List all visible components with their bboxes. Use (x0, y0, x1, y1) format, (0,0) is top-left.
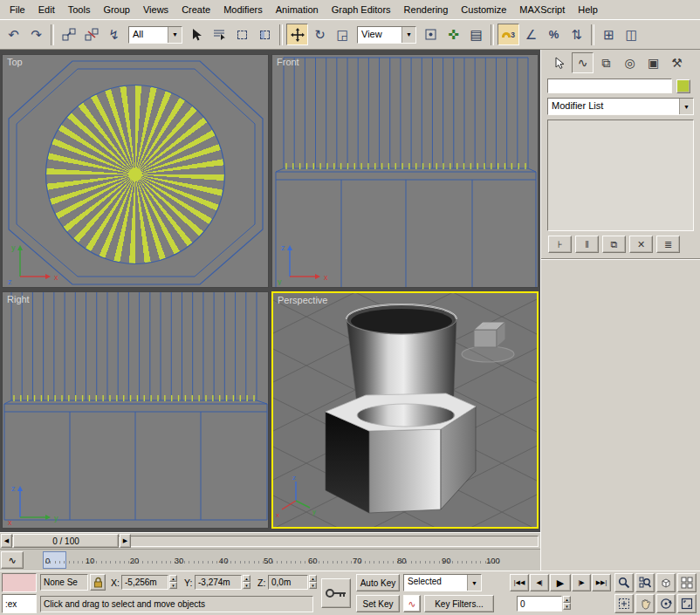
previous-frame-arrow[interactable]: ◀ (1, 534, 12, 548)
pin-stack-button[interactable]: ⊦ (548, 236, 572, 253)
menu-maxscript[interactable]: MAXScript (513, 2, 571, 17)
coord-y-field[interactable]: -3,274m (195, 575, 242, 590)
viewport-label[interactable]: Right (7, 294, 30, 304)
maxscript-mini-listener[interactable]: :ex (2, 594, 37, 613)
select-and-move-button[interactable] (286, 24, 308, 45)
unlink-button[interactable] (80, 24, 102, 45)
viewport-label[interactable]: Perspective (278, 295, 327, 305)
pan-button[interactable] (635, 594, 655, 613)
snaps-toggle-button[interactable]: 3 (498, 24, 519, 45)
default-tangents-button[interactable]: ∿ (403, 595, 421, 612)
viewport-top[interactable]: y x z Top (2, 54, 269, 288)
previous-frame-button[interactable]: ◀| (530, 574, 549, 591)
region-zoom-button[interactable] (614, 594, 634, 613)
tab-create[interactable] (548, 52, 570, 73)
maximize-viewport-toggle[interactable] (677, 594, 697, 613)
menu-graph-editors[interactable]: Graph Editors (326, 2, 397, 17)
tab-modify[interactable]: ∿ (572, 52, 594, 73)
object-color-swatch[interactable] (676, 79, 690, 93)
menu-help[interactable]: Help (572, 2, 604, 17)
next-frame-button[interactable]: |▶ (572, 574, 591, 591)
coord-z-spinner[interactable]: ▴▾ (309, 575, 317, 590)
select-and-rotate-button[interactable]: ↻ (309, 24, 331, 45)
chevron-down-icon[interactable]: ▼ (401, 27, 415, 43)
select-and-scale-button[interactable]: ◲ (332, 24, 353, 45)
menu-views[interactable]: Views (137, 2, 175, 17)
viewport-right[interactable]: z y x Right (2, 291, 269, 529)
menu-create[interactable]: Create (175, 2, 216, 17)
window-crossing-button[interactable] (254, 24, 276, 45)
menu-customize[interactable]: Customize (455, 2, 512, 17)
keyboard-shortcut-override-button[interactable]: ▤ (465, 24, 487, 45)
key-filters-button[interactable]: Key Filters... (424, 595, 494, 612)
select-and-link-button[interactable] (58, 24, 79, 45)
menu-edit[interactable]: Edit (32, 2, 61, 17)
set-keys-button[interactable] (321, 578, 351, 608)
go-to-start-button[interactable]: |◀◀ (510, 574, 529, 591)
selection-filter-dropdown[interactable]: All ▼ (128, 26, 182, 44)
key-mode-dropdown[interactable]: Selected ▼ (403, 574, 482, 591)
coord-z-field[interactable]: 0,0m (268, 575, 308, 590)
current-frame-field[interactable]: 0 (517, 596, 562, 612)
object-name-field[interactable] (547, 79, 672, 93)
tick-label: 0 (45, 556, 50, 565)
angle-snap-button[interactable]: ∠ (520, 24, 542, 45)
go-to-end-button[interactable]: ▶▶| (592, 574, 611, 591)
select-by-name-button[interactable] (209, 24, 230, 45)
trackbar-ruler[interactable]: 0 10 20 30 40 50 60 70 80 90 100 (45, 551, 500, 569)
menu-file[interactable]: File (3, 2, 31, 17)
named-selection-field[interactable]: None Se (40, 574, 88, 591)
zoom-extents-button[interactable] (656, 573, 676, 592)
use-center-flyout-button[interactable] (420, 24, 442, 45)
remove-modifier-button[interactable]: ✕ (629, 236, 653, 253)
tab-motion[interactable]: ◎ (619, 52, 641, 73)
select-and-manipulate-button[interactable]: ✜ (443, 24, 464, 45)
auto-key-button[interactable]: Auto Key (356, 574, 400, 591)
select-object-button[interactable] (186, 24, 208, 45)
viewport-label[interactable]: Top (7, 57, 23, 67)
macro-recorder-pane[interactable] (2, 573, 37, 592)
zoom-extents-all-button[interactable] (677, 573, 697, 592)
rectangular-selection-button[interactable] (231, 24, 253, 45)
make-unique-button[interactable]: ⧉ (602, 236, 626, 253)
chevron-down-icon[interactable]: ▼ (679, 99, 693, 114)
arc-rotate-button[interactable] (656, 594, 676, 613)
chevron-down-icon[interactable]: ▼ (168, 27, 182, 43)
zoom-all-button[interactable] (635, 573, 655, 592)
mirror-button[interactable]: ◫ (621, 24, 642, 45)
menu-modifiers[interactable]: Modifiers (217, 2, 269, 17)
tab-utilities[interactable]: ⚒ (666, 52, 688, 73)
menu-rendering[interactable]: Rendering (398, 2, 455, 17)
chevron-down-icon[interactable]: ▼ (467, 575, 481, 591)
configure-modifier-sets-button[interactable]: ≣ (656, 236, 680, 253)
set-key-button[interactable]: Set Key (356, 595, 400, 612)
frame-spinner[interactable]: ▴▾ (563, 596, 571, 612)
menu-tools[interactable]: Tools (62, 2, 97, 17)
modifier-list-dropdown[interactable]: Modifier List ▼ (547, 98, 694, 115)
viewport-perspective[interactable]: z x y Perspective (271, 291, 539, 529)
coord-x-field[interactable]: -5,256m (121, 575, 168, 590)
menu-group[interactable]: Group (97, 2, 136, 17)
percent-snap-button[interactable]: % (543, 24, 565, 45)
reference-coordinate-dropdown[interactable]: View ▼ (357, 26, 416, 44)
selection-lock-toggle[interactable] (90, 574, 106, 591)
viewport-front[interactable]: z x y Front (271, 54, 539, 288)
spinner-snap-button[interactable]: ⇅ (566, 24, 587, 45)
zoom-button[interactable] (614, 573, 634, 592)
tab-hierarchy[interactable]: ⧉ (595, 52, 617, 73)
redo-button[interactable]: ↷ (25, 24, 47, 45)
viewport-label[interactable]: Front (277, 57, 299, 67)
show-end-result-button[interactable]: ‖ (575, 236, 599, 253)
modifier-stack-list[interactable] (547, 120, 694, 231)
undo-button[interactable]: ↶ (3, 24, 24, 45)
open-mini-curve-editor-button[interactable]: ∿ (1, 551, 24, 569)
next-frame-arrow[interactable]: ▶ (120, 534, 131, 548)
bind-to-spacewarp-button[interactable]: ↯ (103, 24, 125, 45)
named-selection-sets-button[interactable]: ⊞ (598, 24, 620, 45)
time-slider-handle[interactable]: 0 / 100 (13, 534, 119, 548)
play-button[interactable]: ▶ (550, 574, 571, 591)
coord-x-spinner[interactable]: ▴▾ (169, 575, 177, 590)
menu-animation[interactable]: Animation (270, 2, 325, 17)
tab-display[interactable]: ▣ (642, 52, 664, 73)
coord-y-spinner[interactable]: ▴▾ (243, 575, 250, 590)
